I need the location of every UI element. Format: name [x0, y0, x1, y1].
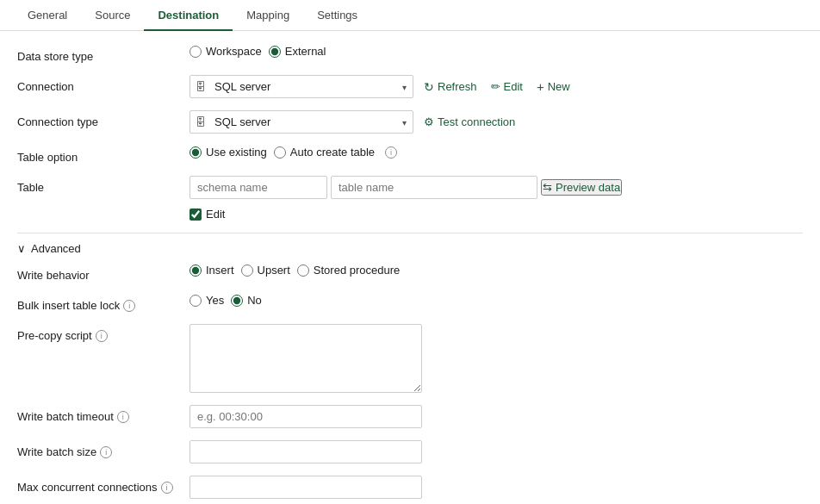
tab-bar: General Source Destination Mapping Setti…	[0, 0, 820, 31]
write-batch-size-label-text: Write batch size	[17, 445, 96, 458]
tab-source[interactable]: Source	[81, 0, 144, 30]
test-connection-icon: ⚙	[424, 115, 434, 128]
write-batch-timeout-label: Write batch timeout i	[17, 405, 189, 423]
table-label: Table	[17, 176, 189, 194]
connection-type-label: Connection type	[17, 110, 189, 128]
connection-label: Connection	[17, 75, 189, 93]
radio-yes-input[interactable]	[189, 295, 202, 307]
pre-copy-script-controls	[189, 324, 803, 393]
radio-no-input[interactable]	[231, 295, 243, 307]
advanced-label: Advanced	[31, 242, 81, 255]
radio-no-label: No	[247, 294, 262, 307]
data-store-type-label: Data store type	[17, 45, 189, 63]
test-connection-button[interactable]: ⚙ Test connection	[420, 114, 519, 130]
radio-yes[interactable]: Yes	[189, 294, 224, 307]
radio-external[interactable]: External	[269, 45, 326, 58]
edit-button[interactable]: ✏ Edit	[488, 78, 526, 95]
chevron-right-icon: ∨	[17, 242, 26, 255]
refresh-button[interactable]: ↻ Refresh	[420, 78, 481, 96]
edit-checkbox-text: Edit	[206, 208, 225, 221]
write-batch-timeout-info-icon: i	[117, 411, 129, 423]
tab-general[interactable]: General	[14, 0, 81, 30]
radio-workspace-input[interactable]	[189, 46, 202, 58]
connection-type-controls: 🗄 SQL server ▾ ⚙ Test connection	[189, 110, 803, 134]
bulk-insert-label: Bulk insert table lock i	[17, 294, 189, 312]
radio-auto-create[interactable]: Auto create table	[274, 146, 375, 159]
table-controls: ⇆ Preview data Edit	[189, 176, 622, 221]
tab-settings[interactable]: Settings	[303, 0, 371, 30]
radio-upsert[interactable]: Upsert	[241, 264, 290, 277]
table-option-controls: Use existing Auto create table i	[189, 146, 803, 159]
pre-copy-script-label-text: Pre-copy script	[17, 329, 92, 342]
advanced-toggle[interactable]: ∨ Advanced	[17, 242, 803, 255]
write-behavior-label: Write behavior	[17, 264, 189, 282]
radio-upsert-input[interactable]	[241, 264, 253, 277]
radio-stored-procedure-input[interactable]	[297, 264, 309, 277]
preview-label: Preview data	[556, 181, 620, 194]
edit-checkbox-label[interactable]: Edit	[189, 208, 622, 221]
write-batch-timeout-input[interactable]	[189, 405, 422, 428]
table-inputs-row: ⇆ Preview data	[189, 176, 622, 199]
new-button[interactable]: + New	[533, 78, 574, 96]
bulk-insert-controls: Yes No	[189, 294, 803, 307]
connection-controls: 🗄 SQL server ▾ ↻ Refresh ✏ Edit + New	[189, 75, 803, 98]
edit-checkbox[interactable]	[189, 208, 202, 221]
preview-data-button[interactable]: ⇆ Preview data	[541, 179, 622, 196]
connection-dropdown-wrap: 🗄 SQL server ▾	[189, 75, 413, 98]
table-option-info-icon: i	[385, 146, 397, 159]
schema-name-input[interactable]	[189, 176, 327, 199]
radio-external-label: External	[285, 45, 326, 58]
radio-auto-create-input[interactable]	[274, 146, 286, 159]
bulk-insert-info-icon: i	[123, 300, 135, 312]
write-batch-size-controls	[189, 440, 803, 464]
radio-use-existing[interactable]: Use existing	[189, 146, 267, 159]
write-behavior-controls: Insert Upsert Stored procedure	[189, 264, 803, 277]
advanced-section: ∨ Advanced Write behavior Insert Upsert …	[17, 242, 803, 499]
refresh-label: Refresh	[438, 80, 477, 93]
refresh-icon: ↻	[424, 80, 434, 94]
new-label: New	[548, 80, 570, 93]
connection-select[interactable]: SQL server	[189, 75, 413, 98]
bulk-insert-label-text: Bulk insert table lock	[17, 299, 120, 312]
radio-external-input[interactable]	[269, 46, 281, 58]
radio-use-existing-input[interactable]	[189, 146, 202, 159]
radio-workspace-label: Workspace	[206, 45, 262, 58]
pre-copy-script-textarea[interactable]	[189, 324, 422, 393]
plus-icon: +	[537, 79, 544, 94]
table-name-input[interactable]	[331, 176, 537, 199]
radio-no[interactable]: No	[231, 294, 262, 307]
table-option-label: Table option	[17, 146, 189, 164]
test-connection-label: Test connection	[438, 115, 515, 128]
max-concurrent-input[interactable]	[189, 476, 422, 499]
radio-yes-label: Yes	[206, 294, 224, 307]
preview-icon: ⇆	[543, 181, 552, 194]
connection-type-select[interactable]: SQL server	[189, 110, 413, 134]
radio-insert-label: Insert	[206, 264, 234, 277]
tab-destination[interactable]: Destination	[144, 0, 233, 30]
edit-icon: ✏	[491, 80, 500, 93]
max-concurrent-info-icon: i	[161, 482, 173, 494]
radio-insert-input[interactable]	[189, 264, 202, 277]
data-store-type-controls: Workspace External	[189, 45, 803, 58]
write-batch-timeout-controls	[189, 405, 803, 428]
radio-workspace[interactable]: Workspace	[189, 45, 262, 58]
radio-upsert-label: Upsert	[258, 264, 290, 277]
write-batch-size-input[interactable]	[189, 440, 422, 464]
pre-copy-script-label: Pre-copy script i	[17, 324, 189, 342]
tab-mapping[interactable]: Mapping	[233, 0, 303, 30]
connection-type-dropdown-wrap: 🗄 SQL server ▾	[189, 110, 413, 134]
radio-stored-procedure-label: Stored procedure	[314, 264, 400, 277]
radio-stored-procedure[interactable]: Stored procedure	[297, 264, 400, 277]
max-concurrent-label: Max concurrent connections i	[17, 476, 189, 494]
radio-insert[interactable]: Insert	[189, 264, 234, 277]
max-concurrent-controls	[189, 476, 803, 499]
radio-auto-create-label: Auto create table	[290, 146, 375, 159]
max-concurrent-label-text: Max concurrent connections	[17, 481, 158, 494]
radio-use-existing-label: Use existing	[206, 146, 267, 159]
edit-label: Edit	[504, 80, 523, 93]
write-batch-timeout-label-text: Write batch timeout	[17, 410, 114, 423]
write-batch-size-label: Write batch size i	[17, 440, 189, 458]
write-batch-size-info-icon: i	[100, 446, 112, 458]
pre-copy-info-icon: i	[96, 330, 108, 342]
